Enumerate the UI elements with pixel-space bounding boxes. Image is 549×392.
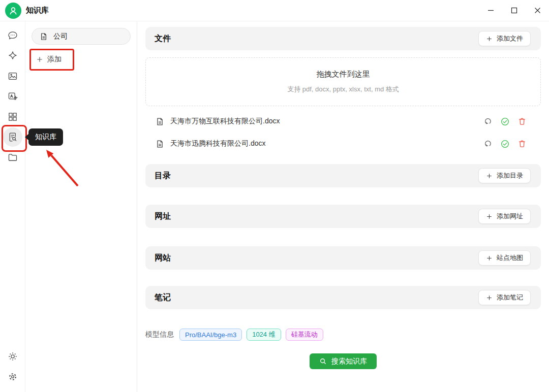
plus-icon (486, 213, 493, 220)
section-directory: 目录 添加目录 (145, 164, 541, 187)
person-icon (8, 6, 18, 16)
settings-gear-icon (7, 371, 18, 382)
add-library-button[interactable]: 添加 (32, 51, 131, 68)
close-button[interactable] (526, 0, 549, 21)
maximize-icon (511, 7, 517, 14)
folder-icon (7, 152, 18, 163)
check-circle-icon[interactable] (500, 117, 510, 126)
knowledge-base-tooltip: 知识库 (28, 128, 63, 146)
sitemap-label: 站点地图 (497, 253, 523, 263)
file-list: 天海市万物互联科技有限公司.docx (145, 110, 541, 155)
delete-icon[interactable] (517, 139, 527, 148)
file-actions (483, 117, 527, 126)
tooltip-label: 知识库 (35, 133, 56, 141)
minimize-icon (487, 7, 494, 14)
sidebar-item-settings[interactable] (3, 367, 23, 387)
file-name: 天海市万物互联科技有限公司.docx (170, 117, 280, 126)
maximize-button[interactable] (502, 0, 526, 21)
window-controls (479, 0, 549, 21)
titlebar: 知识库 (0, 0, 549, 21)
file-row: 天海市迅腾科技有限公司.docx (145, 133, 541, 155)
section-website-title: 网站 (155, 253, 171, 264)
chat-icon (7, 30, 18, 41)
active-item-background (3, 127, 22, 147)
sidebar-item-apps[interactable] (3, 107, 23, 127)
app-body: 公司 添加 文件 添加文件 拖拽文 (0, 21, 549, 392)
dropzone-subtitle: 支持 pdf, docx, pptx, xlsx, txt, md 格式 (287, 85, 399, 94)
page-title: 知识库 (26, 6, 49, 15)
app-window: 知识库 (0, 0, 549, 392)
add-note-button[interactable]: 添加笔记 (478, 290, 531, 305)
plus-icon (36, 56, 43, 63)
sparkle-icon (7, 50, 18, 61)
add-file-label: 添加文件 (497, 34, 523, 43)
search-button-label: 搜索知识库 (331, 357, 367, 366)
minimize-button[interactable] (479, 0, 502, 21)
grid-icon (7, 111, 18, 122)
library-panel: 公司 添加 (25, 21, 137, 392)
library-item-company[interactable]: 公司 (32, 28, 131, 45)
add-directory-label: 添加目录 (497, 171, 523, 180)
search-row: 搜索知识库 (145, 353, 541, 369)
model-tag: Pro/BAAI/bge-m3 (179, 329, 242, 341)
sidebar-item-files[interactable] (3, 147, 23, 168)
library-item-label: 公司 (53, 32, 68, 41)
sidebar-item-chat[interactable] (3, 25, 23, 46)
sidebar-rail (0, 21, 25, 392)
dimension-tag: 1024 维 (247, 329, 281, 341)
sidebar-item-theme[interactable] (3, 346, 23, 367)
sidebar-item-images[interactable] (3, 66, 23, 86)
sitemap-button[interactable]: 站点地图 (478, 250, 531, 266)
model-info-label: 模型信息 (145, 330, 174, 339)
add-directory-button[interactable]: 添加目录 (478, 168, 531, 183)
section-website: 网站 站点地图 (145, 246, 541, 270)
add-library-label: 添加 (47, 55, 62, 64)
dropzone-title: 拖拽文件到这里 (317, 70, 370, 79)
section-directory-title: 目录 (155, 171, 171, 181)
plus-icon (486, 255, 493, 262)
file-actions (483, 139, 527, 149)
file-name: 天海市迅腾科技有限公司.docx (170, 139, 265, 148)
section-url-title: 网址 (155, 211, 171, 222)
add-file-button[interactable]: 添加文件 (478, 31, 531, 46)
document-icon (40, 32, 48, 41)
sidebar-item-knowledge-base[interactable] (3, 127, 23, 147)
document-icon (156, 140, 164, 148)
refresh-icon[interactable] (483, 139, 493, 148)
document-icon (156, 117, 164, 126)
sidebar-item-assistant[interactable] (3, 46, 23, 66)
section-notes: 笔记 添加笔记 (145, 286, 541, 309)
plus-icon (486, 295, 493, 301)
check-circle-icon[interactable] (500, 139, 510, 149)
section-url: 网址 添加网址 (145, 205, 541, 228)
model-info-row: 模型信息 Pro/BAAI/bge-m3 1024 维 硅基流动 (145, 329, 541, 341)
delete-icon[interactable] (517, 117, 527, 126)
refresh-icon[interactable] (483, 117, 493, 126)
add-url-button[interactable]: 添加网址 (478, 209, 531, 224)
sidebar-item-translate[interactable] (3, 86, 23, 107)
main-content: 文件 添加文件 拖拽文件到这里 支持 pdf, docx, pptx, xlsx… (137, 21, 549, 392)
plus-icon (486, 173, 493, 179)
file-dropzone[interactable]: 拖拽文件到这里 支持 pdf, docx, pptx, xlsx, txt, m… (145, 57, 541, 106)
file-row: 天海市万物互联科技有限公司.docx (145, 110, 541, 133)
section-files-title: 文件 (155, 34, 171, 44)
theme-sun-icon (7, 351, 18, 362)
section-files: 文件 添加文件 (145, 27, 541, 50)
translate-icon (7, 91, 18, 102)
provider-tag: 硅基流动 (286, 329, 323, 341)
section-notes-title: 笔记 (155, 292, 171, 303)
search-icon (319, 357, 327, 365)
tooltip-caret (25, 134, 29, 141)
add-url-label: 添加网址 (497, 212, 523, 221)
close-icon (534, 7, 541, 14)
avatar[interactable] (5, 3, 21, 19)
knowledge-base-icon (7, 132, 18, 143)
plus-icon (486, 36, 493, 42)
add-note-label: 添加笔记 (497, 293, 523, 302)
image-icon (7, 71, 18, 82)
search-knowledge-base-button[interactable]: 搜索知识库 (310, 353, 377, 369)
